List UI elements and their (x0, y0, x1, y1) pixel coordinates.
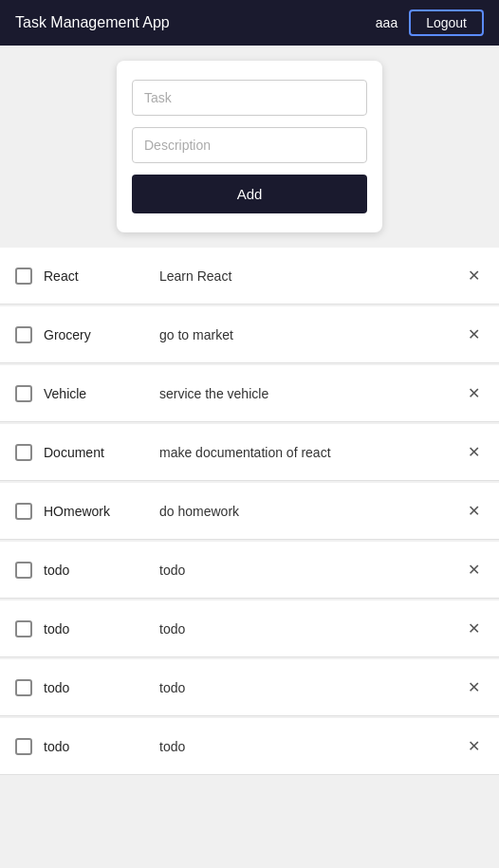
delete-task-button[interactable]: ✕ (464, 733, 484, 759)
delete-task-button[interactable]: ✕ (464, 439, 484, 465)
task-name: todo (44, 739, 148, 754)
task-name: Document (44, 445, 148, 460)
task-name: todo (44, 563, 148, 578)
task-name: todo (44, 680, 148, 695)
task-description: todo (159, 680, 453, 695)
username-display: aaa (376, 15, 397, 30)
task-checkbox[interactable] (15, 326, 32, 343)
task-checkbox[interactable] (15, 620, 32, 637)
task-description: service the vehicle (159, 386, 453, 401)
task-row: todo todo ✕ (0, 718, 499, 775)
task-form-card: Add (117, 61, 382, 232)
task-description: todo (159, 621, 453, 637)
logout-button[interactable]: Logout (409, 9, 484, 36)
task-row: Vehicle service the vehicle ✕ (0, 365, 499, 422)
header-right: aaa Logout (376, 9, 484, 36)
app-header: Task Management App aaa Logout (0, 0, 499, 46)
task-checkbox[interactable] (15, 268, 32, 285)
task-row: todo todo ✕ (0, 542, 499, 599)
add-button[interactable]: Add (132, 175, 367, 213)
app-title: Task Management App (15, 14, 170, 31)
task-description: make documentation of react (159, 445, 453, 460)
task-checkbox[interactable] (15, 503, 32, 520)
task-row: HOmework do homework ✕ (0, 483, 499, 540)
task-checkbox[interactable] (15, 679, 32, 696)
delete-task-button[interactable]: ✕ (464, 322, 484, 347)
task-checkbox[interactable] (15, 385, 32, 402)
task-name: Vehicle (44, 386, 148, 401)
task-name: Grocery (44, 327, 148, 342)
description-input[interactable] (132, 127, 367, 163)
delete-task-button[interactable]: ✕ (464, 557, 484, 582)
task-checkbox[interactable] (15, 562, 32, 579)
task-row: React Learn React ✕ (0, 248, 499, 305)
task-checkbox[interactable] (15, 738, 32, 755)
task-list: React Learn React ✕ Grocery go to market… (0, 248, 499, 775)
delete-task-button[interactable]: ✕ (464, 380, 484, 406)
task-name: React (44, 268, 148, 284)
task-description: do homework (159, 504, 453, 519)
delete-task-button[interactable]: ✕ (464, 616, 484, 641)
task-row: todo todo ✕ (0, 659, 499, 716)
task-row: todo todo ✕ (0, 600, 499, 657)
task-description: Learn React (159, 268, 453, 284)
task-description: todo (159, 563, 453, 578)
delete-task-button[interactable]: ✕ (464, 498, 484, 524)
delete-task-button[interactable]: ✕ (464, 263, 484, 288)
task-description: todo (159, 739, 453, 754)
task-checkbox[interactable] (15, 444, 32, 461)
task-row: Grocery go to market ✕ (0, 306, 499, 363)
task-name: HOmework (44, 504, 148, 519)
task-name: todo (44, 621, 148, 637)
task-input[interactable] (132, 80, 367, 116)
task-row: Document make documentation of react ✕ (0, 424, 499, 481)
task-description: go to market (159, 327, 453, 342)
delete-task-button[interactable]: ✕ (464, 674, 484, 700)
